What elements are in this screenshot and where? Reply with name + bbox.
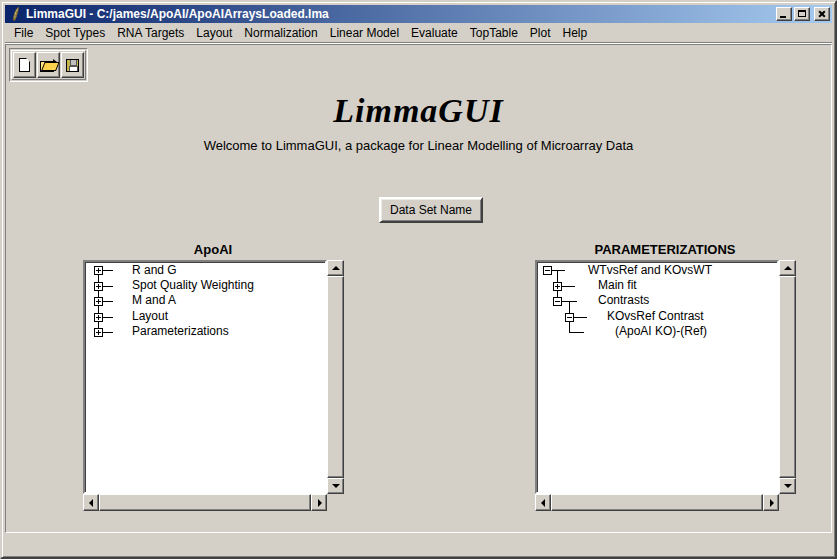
tree-item-kovsref-contrast[interactable]: KOvsRef Contrast: [607, 310, 704, 323]
toolbar: [9, 48, 88, 82]
menu-item-plot[interactable]: Plot: [524, 24, 557, 42]
tree-expand-box[interactable]: [553, 282, 562, 291]
new-document-icon: [19, 58, 30, 72]
arrow-up-icon: [784, 266, 792, 270]
scrollbar-thumb[interactable]: [779, 276, 796, 478]
window-controls: [776, 7, 830, 21]
scrollbar-thumb[interactable]: [327, 276, 344, 478]
open-folder-icon: [40, 59, 57, 71]
arrow-right-icon: [318, 499, 322, 507]
tree-connector: [103, 332, 113, 333]
save-file-button[interactable]: [61, 52, 84, 78]
right-tree: WTvsRef and KOvsWT Main fit Contrasts KO…: [539, 264, 775, 490]
tree-collapse-box[interactable]: [543, 266, 552, 275]
save-floppy-icon: [66, 59, 79, 72]
tree-item-main-fit[interactable]: Main fit: [598, 279, 637, 292]
left-horizontal-scrollbar[interactable]: [83, 494, 327, 511]
tree-item-contrasts[interactable]: Contrasts: [598, 294, 649, 307]
scroll-left-button[interactable]: [83, 494, 99, 511]
left-panel-header: ApoAI: [83, 242, 343, 257]
left-tree: R and G Spot Quality Weighting M and A L…: [87, 264, 323, 490]
tree-expand-box[interactable]: [94, 282, 103, 291]
new-file-button[interactable]: [13, 52, 36, 78]
close-button[interactable]: [814, 7, 830, 21]
minimize-button[interactable]: [776, 7, 792, 21]
tree-collapse-box[interactable]: [565, 313, 574, 322]
minimize-icon: [780, 16, 786, 18]
menu-item-spot-types[interactable]: Spot Types: [39, 24, 111, 42]
tree-connector: [562, 301, 577, 302]
maximize-icon: [798, 10, 806, 17]
tree-connector: [103, 317, 113, 318]
tree-item-layout[interactable]: Layout: [132, 310, 168, 323]
app-window: LimmaGUI - C:/james/ApoAI/ApoAIArraysLoa…: [0, 0, 837, 559]
open-file-button[interactable]: [37, 52, 60, 78]
scroll-down-button[interactable]: [327, 478, 344, 494]
tree-item-apoai-ko-ref[interactable]: (ApoAI KO)-(Ref): [615, 325, 707, 338]
page-title: LimmaGUI: [2, 92, 835, 130]
tree-collapse-box[interactable]: [553, 297, 562, 306]
menu-item-linear-model[interactable]: Linear Model: [324, 24, 405, 42]
scroll-right-button[interactable]: [311, 494, 327, 511]
tree-item-spot-quality-weighting[interactable]: Spot Quality Weighting: [132, 279, 254, 292]
tree-expand-box[interactable]: [94, 266, 103, 275]
tree-connector: [569, 332, 584, 333]
tree-item-m-and-a[interactable]: M and A: [132, 294, 176, 307]
tree-item-r-and-g[interactable]: R and G: [132, 264, 177, 277]
left-tree-listbox[interactable]: R and G Spot Quality Weighting M and A L…: [83, 260, 327, 494]
page-subtitle: Welcome to LimmaGUI, a package for Linea…: [2, 138, 835, 153]
tree-item-parameterizations[interactable]: Parameterizations: [132, 325, 229, 338]
menu-item-evaluate[interactable]: Evaluate: [405, 24, 464, 42]
right-panel-header: PARAMETERIZATIONS: [535, 242, 795, 257]
tree-connector: [562, 286, 575, 287]
tree-connector: [574, 317, 587, 318]
tree-expand-box[interactable]: [94, 297, 103, 306]
tree-expand-box[interactable]: [94, 328, 103, 337]
tree-connector: [103, 301, 113, 302]
menu-item-file[interactable]: File: [8, 24, 39, 42]
arrow-up-icon: [332, 266, 340, 270]
tree-connector: [103, 270, 113, 271]
window-title: LimmaGUI - C:/james/ApoAI/ApoAIArraysLoa…: [26, 5, 776, 23]
right-tree-listbox[interactable]: WTvsRef and KOvsWT Main fit Contrasts KO…: [535, 260, 779, 494]
scroll-up-button[interactable]: [327, 260, 344, 276]
data-set-name-button[interactable]: Data Set Name: [379, 197, 483, 223]
scroll-right-button[interactable]: [763, 494, 779, 511]
tree-item-wtvsref-and-kovswt[interactable]: WTvsRef and KOvsWT: [588, 264, 712, 277]
title-bar[interactable]: LimmaGUI - C:/james/ApoAI/ApoAIArraysLoa…: [5, 5, 832, 23]
left-vertical-scrollbar[interactable]: [327, 260, 344, 494]
scroll-left-button[interactable]: [535, 494, 551, 511]
scrollbar-thumb[interactable]: [551, 494, 763, 511]
tree-connector: [552, 270, 565, 271]
menu-item-rna-targets[interactable]: RNA Targets: [111, 24, 190, 42]
tree-expand-box[interactable]: [94, 313, 103, 322]
arrow-down-icon: [332, 484, 340, 488]
arrow-left-icon: [89, 499, 93, 507]
scroll-up-button[interactable]: [779, 260, 796, 276]
tree-connector: [103, 286, 113, 287]
toolbar-frame: [11, 50, 86, 80]
arrow-left-icon: [541, 499, 545, 507]
menu-bar: File Spot Types RNA Targets Layout Norma…: [5, 23, 832, 42]
right-vertical-scrollbar[interactable]: [779, 260, 796, 494]
menu-item-help[interactable]: Help: [557, 24, 594, 42]
tk-feather-icon: [7, 6, 23, 22]
scrollbar-thumb[interactable]: [99, 494, 311, 511]
scroll-down-button[interactable]: [779, 478, 796, 494]
arrow-down-icon: [784, 484, 792, 488]
open-arrow-icon: [53, 59, 57, 65]
arrow-right-icon: [770, 499, 774, 507]
menu-item-normalization[interactable]: Normalization: [238, 24, 323, 42]
menu-item-layout[interactable]: Layout: [190, 24, 238, 42]
right-horizontal-scrollbar[interactable]: [535, 494, 779, 511]
menu-item-toptable[interactable]: TopTable: [464, 24, 524, 42]
maximize-button[interactable]: [794, 7, 810, 21]
